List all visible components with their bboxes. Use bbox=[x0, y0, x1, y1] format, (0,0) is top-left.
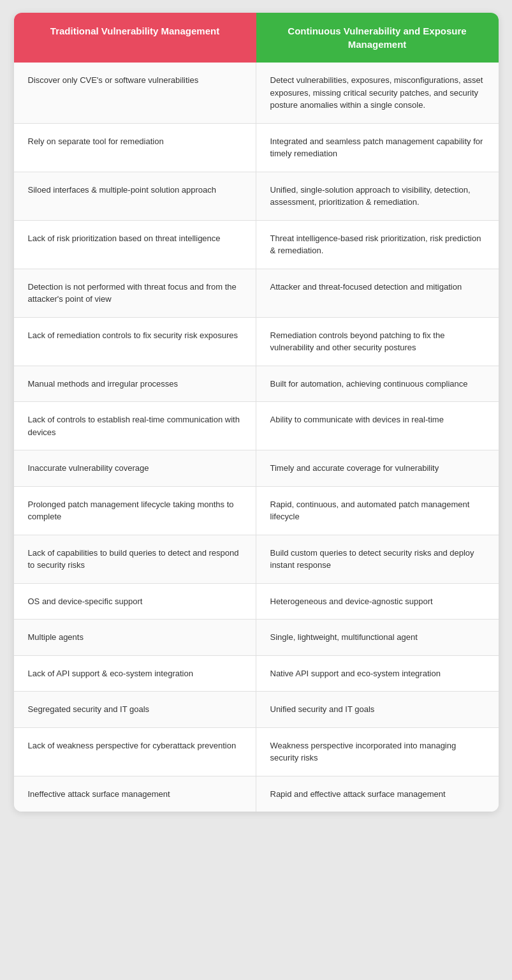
table-row: Segregated security and IT goalsUnified … bbox=[14, 692, 499, 728]
header-left: Traditional Vulnerability Management bbox=[14, 13, 256, 63]
table-row: Ineffective attack surface managementRap… bbox=[14, 776, 499, 812]
header-row: Traditional Vulnerability Management Con… bbox=[14, 13, 499, 63]
table-row: Prolonged patch management lifecycle tak… bbox=[14, 487, 499, 535]
table-row: Multiple agentsSingle, lightweight, mult… bbox=[14, 620, 499, 656]
cell-left: Multiple agents bbox=[14, 620, 256, 655]
cell-right: Weakness perspective incorporated into m… bbox=[256, 728, 499, 776]
cell-left: Rely on separate tool for remediation bbox=[14, 124, 256, 172]
table-row: Inaccurate vulnerability coverageTimely … bbox=[14, 450, 499, 487]
cell-left: Detection is not performed with threat f… bbox=[14, 269, 256, 317]
cell-right: Rapid and effective attack surface manag… bbox=[256, 776, 499, 812]
comparison-table: Traditional Vulnerability Management Con… bbox=[14, 13, 499, 812]
cell-right: Timely and accurate coverage for vulnera… bbox=[256, 450, 499, 486]
cell-left: Segregated security and IT goals bbox=[14, 692, 256, 727]
cell-left: Lack of risk prioritization based on thr… bbox=[14, 221, 256, 269]
cell-right: Detect vulnerabilities, exposures, misco… bbox=[256, 63, 499, 123]
cell-right: Built for automation, achieving continuo… bbox=[256, 366, 499, 402]
cell-right: Native API support and eco-system integr… bbox=[256, 656, 499, 692]
cell-right: Unified, single-solution approach to vis… bbox=[256, 172, 499, 220]
cell-left: Lack of weakness perspective for cyberat… bbox=[14, 728, 256, 776]
cell-left: Lack of capabilities to build queries to… bbox=[14, 535, 256, 583]
cell-right: Attacker and threat-focused detection an… bbox=[256, 269, 499, 317]
table-row: OS and device-specific supportHeterogene… bbox=[14, 584, 499, 620]
table-row: Siloed interfaces & multiple-point solut… bbox=[14, 172, 499, 221]
cell-left: Lack of API support & eco-system integra… bbox=[14, 656, 256, 692]
table-row: Manual methods and irregular processesBu… bbox=[14, 366, 499, 403]
table-row: Lack of API support & eco-system integra… bbox=[14, 656, 499, 692]
table-row: Detection is not performed with threat f… bbox=[14, 269, 499, 318]
cell-left: Siloed interfaces & multiple-point solut… bbox=[14, 172, 256, 220]
cell-left: Ineffective attack surface management bbox=[14, 776, 256, 812]
table-row: Rely on separate tool for remediationInt… bbox=[14, 124, 499, 172]
table-row: Lack of controls to establish real-time … bbox=[14, 402, 499, 450]
cell-right: Remediation controls beyond patching to … bbox=[256, 318, 499, 366]
cell-right: Unified security and IT goals bbox=[256, 692, 499, 727]
cell-left: OS and device-specific support bbox=[14, 584, 256, 620]
comparison-card: Traditional Vulnerability Management Con… bbox=[14, 13, 499, 812]
header-right: Continuous Vulnerability and Exposure Ma… bbox=[256, 13, 499, 63]
cell-left: Inaccurate vulnerability coverage bbox=[14, 450, 256, 486]
table-row: Lack of risk prioritization based on thr… bbox=[14, 221, 499, 269]
cell-left: Prolonged patch management lifecycle tak… bbox=[14, 487, 256, 535]
cell-right: Integrated and seamless patch management… bbox=[256, 124, 499, 172]
table-row: Lack of remediation controls to fix secu… bbox=[14, 318, 499, 366]
cell-right: Threat intelligence-based risk prioritiz… bbox=[256, 221, 499, 269]
cell-left: Manual methods and irregular processes bbox=[14, 366, 256, 402]
cell-right: Single, lightweight, multifunctional age… bbox=[256, 620, 499, 655]
header-left-title: Traditional Vulnerability Management bbox=[50, 26, 219, 36]
cell-left: Lack of controls to establish real-time … bbox=[14, 402, 256, 450]
table-row: Discover only CVE's or software vulnerab… bbox=[14, 63, 499, 124]
cell-left: Discover only CVE's or software vulnerab… bbox=[14, 63, 256, 123]
table-row: Lack of capabilities to build queries to… bbox=[14, 535, 499, 584]
cell-right: Build custom queries to detect security … bbox=[256, 535, 499, 583]
rows-container: Discover only CVE's or software vulnerab… bbox=[14, 63, 499, 812]
cell-left: Lack of remediation controls to fix secu… bbox=[14, 318, 256, 366]
table-row: Lack of weakness perspective for cyberat… bbox=[14, 728, 499, 776]
cell-right: Ability to communicate with devices in r… bbox=[256, 402, 499, 450]
cell-right: Rapid, continuous, and automated patch m… bbox=[256, 487, 499, 535]
header-right-title: Continuous Vulnerability and Exposure Ma… bbox=[288, 26, 466, 50]
cell-right: Heterogeneous and device-agnostic suppor… bbox=[256, 584, 499, 620]
